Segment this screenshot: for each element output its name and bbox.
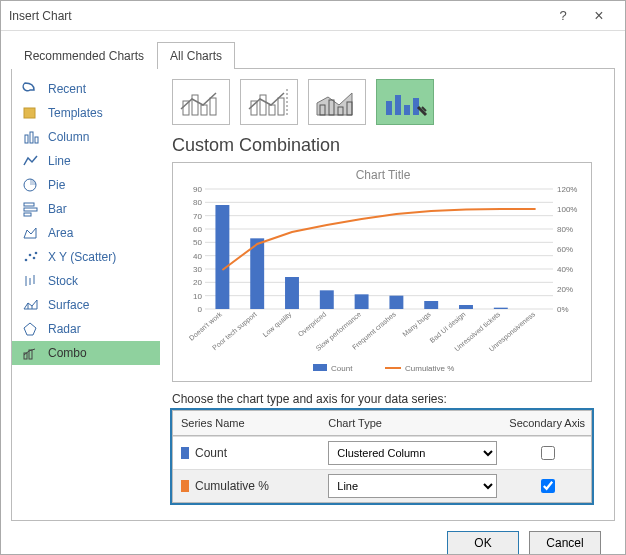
- area-icon: [22, 225, 40, 241]
- series-swatch: [181, 447, 189, 459]
- svg-text:50: 50: [193, 238, 202, 247]
- secondary-axis-checkbox-count[interactable]: [541, 446, 555, 460]
- svg-rect-67: [285, 277, 299, 309]
- sidebar-item-bar[interactable]: Bar: [12, 197, 160, 221]
- series-table: Series Name Chart Type Secondary Axis Co…: [172, 410, 592, 503]
- series-row-count: Count Clustered Column: [173, 436, 591, 469]
- combo-subtype-3[interactable]: [308, 79, 366, 125]
- series-row-cumulative: Cumulative % Line: [173, 469, 591, 502]
- svg-rect-6: [24, 208, 37, 211]
- svg-text:90: 90: [193, 185, 202, 194]
- dialog-footer: OK Cancel: [11, 521, 615, 555]
- stock-icon: [22, 273, 40, 289]
- sidebar-item-label: Combo: [48, 346, 87, 360]
- svg-text:20%: 20%: [557, 285, 573, 294]
- sidebar-item-label: Bar: [48, 202, 67, 216]
- svg-rect-5: [24, 203, 34, 206]
- series-table-header: Series Name Chart Type Secondary Axis: [173, 411, 591, 436]
- svg-text:40%: 40%: [557, 265, 573, 274]
- sidebar-item-label: Pie: [48, 178, 65, 192]
- sidebar-item-area[interactable]: Area: [12, 221, 160, 245]
- chart-preview[interactable]: Chart Title01020304050607080900%20%40%60…: [172, 162, 592, 382]
- column-icon: [22, 129, 40, 145]
- sidebar-item-combo[interactable]: Combo: [12, 341, 160, 365]
- svg-rect-23: [210, 98, 216, 115]
- sidebar-item-label: X Y (Scatter): [48, 250, 116, 264]
- series-name-label: Cumulative %: [195, 479, 269, 493]
- sidebar-item-scatter[interactable]: X Y (Scatter): [12, 245, 160, 269]
- dialog-body: Recent Templates Column Line Pie Bar: [11, 69, 615, 521]
- ok-label: OK: [474, 536, 491, 550]
- sidebar-item-label: Column: [48, 130, 89, 144]
- svg-text:Overpriced: Overpriced: [297, 310, 328, 338]
- title-bar: Insert Chart ? ×: [1, 1, 625, 31]
- cancel-label: Cancel: [546, 536, 583, 550]
- combo-subtype-2[interactable]: [240, 79, 298, 125]
- sidebar-item-label: Radar: [48, 322, 81, 336]
- close-button[interactable]: ×: [581, 7, 617, 25]
- svg-rect-70: [389, 296, 403, 309]
- svg-text:0%: 0%: [557, 305, 569, 314]
- sidebar-item-label: Recent: [48, 82, 86, 96]
- tab-recommended-label: Recommended Charts: [24, 49, 144, 63]
- svg-text:70: 70: [193, 212, 202, 221]
- header-series-name: Series Name: [173, 411, 322, 435]
- svg-text:120%: 120%: [557, 185, 577, 194]
- main-panel: Custom Combination Chart Title0102030405…: [160, 69, 614, 520]
- ok-button[interactable]: OK: [447, 531, 519, 555]
- svg-text:100%: 100%: [557, 205, 577, 214]
- svg-rect-36: [413, 98, 419, 115]
- svg-text:Low quality: Low quality: [261, 310, 293, 339]
- combo-subtype-custom[interactable]: [376, 79, 434, 125]
- secondary-axis-checkbox-cumulative[interactable]: [541, 479, 555, 493]
- radar-icon: [22, 321, 40, 337]
- sidebar-item-radar[interactable]: Radar: [12, 317, 160, 341]
- svg-text:60%: 60%: [557, 245, 573, 254]
- sidebar-item-label: Line: [48, 154, 71, 168]
- section-title: Custom Combination: [172, 135, 602, 156]
- svg-text:Doesn't work: Doesn't work: [188, 310, 224, 342]
- sidebar-item-column[interactable]: Column: [12, 125, 160, 149]
- svg-rect-22: [201, 105, 207, 115]
- svg-text:Many bugs: Many bugs: [401, 310, 433, 338]
- help-button[interactable]: ?: [545, 8, 581, 23]
- combo-subtype-1[interactable]: [172, 79, 230, 125]
- sidebar-item-surface[interactable]: Surface: [12, 293, 160, 317]
- templates-icon: [22, 105, 40, 121]
- header-chart-type: Chart Type: [322, 413, 503, 433]
- svg-point-11: [35, 252, 38, 255]
- svg-rect-26: [269, 105, 275, 115]
- cancel-button[interactable]: Cancel: [529, 531, 601, 555]
- svg-text:20: 20: [193, 278, 202, 287]
- svg-rect-72: [459, 305, 473, 309]
- chart-type-select-cumulative[interactable]: Line: [328, 474, 497, 498]
- svg-text:0: 0: [198, 305, 203, 314]
- sidebar-item-label: Surface: [48, 298, 89, 312]
- svg-rect-68: [320, 290, 334, 309]
- svg-rect-34: [395, 95, 401, 115]
- chart-type-sidebar: Recent Templates Column Line Pie Bar: [12, 69, 160, 520]
- svg-rect-1: [25, 135, 28, 143]
- sidebar-item-templates[interactable]: Templates: [12, 101, 160, 125]
- svg-rect-33: [386, 101, 392, 115]
- sidebar-item-label: Templates: [48, 106, 103, 120]
- svg-rect-85: [313, 364, 327, 371]
- svg-rect-25: [260, 95, 266, 115]
- tab-all-charts[interactable]: All Charts: [157, 42, 235, 69]
- header-secondary-axis: Secondary Axis: [503, 413, 591, 433]
- sidebar-item-line[interactable]: Line: [12, 149, 160, 173]
- sidebar-item-pie[interactable]: Pie: [12, 173, 160, 197]
- svg-rect-35: [404, 105, 410, 115]
- dialog-content: Recommended Charts All Charts Recent Tem…: [1, 31, 625, 555]
- sidebar-item-stock[interactable]: Stock: [12, 269, 160, 293]
- svg-rect-2: [30, 132, 33, 143]
- chart-type-select-count[interactable]: Clustered Column: [328, 441, 497, 465]
- surface-icon: [22, 297, 40, 313]
- svg-point-9: [29, 254, 32, 257]
- combo-subtype-row: [172, 79, 602, 125]
- svg-text:Count: Count: [331, 364, 353, 373]
- sidebar-item-recent[interactable]: Recent: [12, 77, 160, 101]
- tab-recommended[interactable]: Recommended Charts: [11, 42, 157, 69]
- pie-icon: [22, 177, 40, 193]
- sidebar-item-label: Area: [48, 226, 73, 240]
